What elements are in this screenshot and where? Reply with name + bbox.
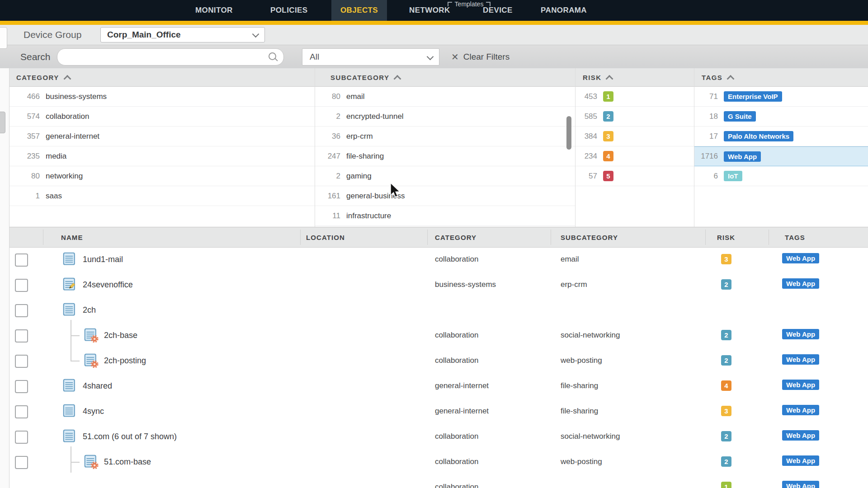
row-checkbox[interactable] xyxy=(15,380,28,393)
table-row[interactable]: 51.com-base collaboration web-posting 2 … xyxy=(0,449,868,474)
filter-row[interactable]: 36 erp-crm xyxy=(315,127,576,146)
table-row[interactable]: 2ch xyxy=(0,297,868,323)
search-box[interactable] xyxy=(57,48,284,66)
filter-row[interactable]: 80 email xyxy=(315,87,576,107)
row-checkbox[interactable] xyxy=(15,253,28,267)
row-risk-badge: 2 xyxy=(721,456,731,467)
row-category: general-internet xyxy=(435,407,489,416)
filter-row[interactable]: 357 general-internet xyxy=(9,127,315,146)
search-icon[interactable] xyxy=(269,52,276,60)
table-header: NAME LOCATION CATEGORY SUBCATEGORY RISK … xyxy=(0,227,868,248)
app-name: 1und1-mail xyxy=(83,255,123,264)
risk-filter-row[interactable]: 585 2 xyxy=(576,107,694,127)
filter-row[interactable]: 1 saas xyxy=(9,186,315,206)
device-group-select[interactable]: Corp_Main_Office xyxy=(100,27,265,42)
filter-row[interactable]: 574 collaboration xyxy=(9,107,315,127)
table-row[interactable]: 1und1-mail collaboration email 3 Web App xyxy=(0,247,868,272)
bracket-right-icon xyxy=(486,2,491,6)
tag-filter-row[interactable]: 1716 Web App xyxy=(694,146,868,166)
filter-row[interactable]: 2 gaming xyxy=(315,166,576,186)
table-column-header[interactable]: LOCATION xyxy=(306,227,345,247)
application-icon xyxy=(84,328,99,343)
nav-tab[interactable]: OBJECTS xyxy=(331,0,387,21)
table-row[interactable]: 24sevenoffice business-systems erp-crm 2… xyxy=(0,272,868,297)
table-row[interactable]: 4shared general-internet file-sharing 4 … xyxy=(0,373,868,399)
application-icon xyxy=(63,379,77,393)
nav-tab[interactable]: PANORAMA xyxy=(541,0,587,21)
row-checkbox[interactable] xyxy=(15,279,28,292)
row-category: collaboration xyxy=(435,483,478,488)
scrollbar-thumb[interactable] xyxy=(566,116,571,150)
row-subcategory: social-networking xyxy=(561,432,620,441)
table-column-header[interactable]: RISK xyxy=(717,227,735,247)
row-checkbox[interactable] xyxy=(15,355,28,368)
filter-label: media xyxy=(46,152,66,161)
nav-tab[interactable]: POLICIES xyxy=(270,0,308,21)
tags-header[interactable]: TAGS xyxy=(694,68,868,87)
risk-filter-row[interactable]: 453 1 xyxy=(576,87,694,107)
row-checkbox[interactable] xyxy=(15,329,28,343)
application-icon xyxy=(63,429,77,444)
risk-header[interactable]: RISK xyxy=(576,68,694,87)
tag-filter-row[interactable]: 71 Enterprise VoIP xyxy=(694,87,868,107)
filter-row[interactable]: 161 general-business xyxy=(315,186,576,206)
table-row[interactable]: 51.com (6 out of 7 shown) collaboration … xyxy=(0,424,868,449)
filter-row[interactable]: 466 business-systems xyxy=(9,87,315,107)
tag-count: 71 xyxy=(696,92,718,101)
risk-filter-row[interactable]: 234 4 xyxy=(576,146,694,166)
tag-filter-row[interactable]: 18 G Suite xyxy=(694,107,868,127)
subcategory-header[interactable]: SUBCATEGORY xyxy=(315,68,576,87)
table-row[interactable]: 2ch-base collaboration social-networking… xyxy=(0,323,868,348)
row-checkbox[interactable] xyxy=(15,304,28,317)
filter-row[interactable]: 11 infrastructure xyxy=(315,206,576,226)
risk-filter-column: RISK 453 1 585 2 384 3 234 4 57 5 xyxy=(575,68,694,227)
row-checkbox[interactable] xyxy=(15,431,28,444)
table-row[interactable]: collaboration 1 Web App xyxy=(0,474,868,488)
table-row[interactable]: 2ch-posting collaboration web-posting 2 … xyxy=(0,348,868,373)
subcategory-list: 80 email 2 encrypted-tunnel 36 erp-crm 2… xyxy=(315,87,576,226)
table-column-header[interactable]: NAME xyxy=(61,227,83,247)
row-checkbox[interactable] xyxy=(15,405,28,418)
table-column-header[interactable]: CATEGORY xyxy=(435,227,476,247)
risk-badge: 3 xyxy=(603,131,613,141)
nav-tab-label: POLICIES xyxy=(270,6,308,15)
app-name: 2ch xyxy=(83,305,96,315)
filter-row[interactable]: 80 networking xyxy=(9,166,315,186)
table-row[interactable]: 4sync general-internet file-sharing 3 We… xyxy=(0,399,868,424)
risk-filter-row[interactable]: 57 5 xyxy=(576,166,694,186)
panorama-objects-page: MONITOR POLICIES OBJECTS NETWORK DEVICE … xyxy=(0,0,868,488)
app-name: 4shared xyxy=(83,381,112,391)
risk-count: 585 xyxy=(577,112,597,121)
table-column-header[interactable]: TAGS xyxy=(785,227,805,247)
tags-header-label: TAGS xyxy=(702,74,722,81)
filter-row[interactable]: 235 media xyxy=(9,146,315,166)
nav-tab-label: PANORAMA xyxy=(541,6,587,15)
tag-badge: Enterprise VoIP xyxy=(724,91,782,102)
risk-filter-row[interactable]: 384 3 xyxy=(576,127,694,146)
row-tag-badge: Web App xyxy=(782,329,819,339)
object-scope-select[interactable]: All xyxy=(302,48,439,66)
row-checkbox[interactable] xyxy=(15,456,28,469)
filter-row[interactable]: 247 file-sharing xyxy=(315,146,576,166)
tag-filter-row[interactable]: 6 IoT xyxy=(694,166,868,186)
clear-filters-button[interactable]: Clear Filters xyxy=(451,45,509,68)
row-subcategory: web-posting xyxy=(561,356,602,365)
left-edge-handle[interactable] xyxy=(0,112,5,133)
table-column-label: LOCATION xyxy=(306,234,345,241)
filter-row[interactable]: 2 encrypted-tunnel xyxy=(315,107,576,127)
search-input[interactable] xyxy=(65,50,261,64)
filter-count: 247 xyxy=(317,152,340,161)
left-edge-panel-fragment xyxy=(0,27,7,49)
table-column-header[interactable]: SUBCATEGORY xyxy=(561,227,618,247)
sort-caret-up-icon xyxy=(727,75,735,83)
filter-count: 235 xyxy=(11,152,40,161)
row-subcategory: file-sharing xyxy=(561,407,598,416)
tag-filter-row[interactable]: 17 Palo Alto Networks xyxy=(694,127,868,146)
risk-count: 384 xyxy=(577,132,597,141)
nav-tab[interactable]: MONITOR xyxy=(195,0,233,21)
application-icon xyxy=(84,455,99,469)
top-navigation-bar: MONITOR POLICIES OBJECTS NETWORK DEVICE … xyxy=(0,0,868,21)
category-header[interactable]: CATEGORY xyxy=(9,68,315,87)
risk-badge: 5 xyxy=(603,171,613,181)
tags-list: 71 Enterprise VoIP 18 G Suite 17 Palo Al… xyxy=(694,87,868,186)
